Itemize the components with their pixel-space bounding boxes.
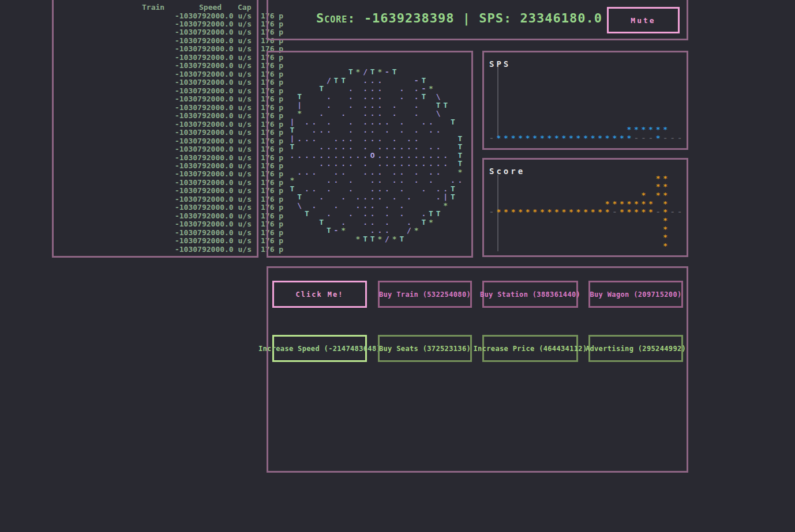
map-terrain-glyph: . xyxy=(312,151,317,160)
map-terrain-glyph: . xyxy=(385,201,389,210)
speed-cell: -1030792000.0 u/s xyxy=(169,53,252,62)
map-terrain-glyph: . xyxy=(334,168,339,176)
map-terrain-glyph: . xyxy=(399,151,404,160)
chart-point: * xyxy=(605,207,610,216)
game-screen: Train Speed Cap -1030792000.0 u/s176 p-1… xyxy=(0,0,795,532)
map-terrain-glyph: . xyxy=(348,209,353,218)
map-terrain-glyph: . xyxy=(370,101,375,110)
mute-button[interactable]: Mute xyxy=(607,7,680,33)
click-me-button[interactable]: Click Me! xyxy=(272,281,367,308)
map-terrain-glyph: . xyxy=(443,184,448,193)
map-terrain-glyph: . xyxy=(378,76,382,85)
map-station-glyph: * xyxy=(356,235,361,243)
chart-point: * xyxy=(663,125,667,134)
speed-cell: -1030792000.0 u/s xyxy=(169,186,252,195)
map-terrain-glyph: . xyxy=(429,151,433,160)
speed-cell: -1030792000.0 u/s xyxy=(169,70,252,78)
map-terrain-glyph: . xyxy=(399,209,404,218)
chart-point: * xyxy=(663,174,667,183)
actions-panel: Click Me!Buy Train (532254080)Buy Statio… xyxy=(267,266,688,473)
map-station-glyph: * xyxy=(341,226,346,235)
map-terrain-glyph: . xyxy=(392,176,397,184)
increase-speed-button[interactable]: Increase Speed (-2147483648) xyxy=(272,335,367,362)
map-terrain-glyph: . xyxy=(414,109,419,118)
chart-gap: - xyxy=(489,207,494,216)
chart-point: * xyxy=(504,207,508,216)
map-terrain-glyph: . xyxy=(319,142,324,151)
increase-price-button[interactable]: Increase Price (464434112) xyxy=(482,335,578,362)
score-label: Score: xyxy=(316,11,356,25)
map-terrain-glyph: . xyxy=(370,168,375,176)
map-train-glyph: T xyxy=(436,101,441,110)
map-terrain-glyph: . xyxy=(363,142,367,151)
map-terrain-glyph: . xyxy=(305,151,309,160)
map-terrain-glyph: . xyxy=(356,151,361,160)
buy-train-button[interactable]: Buy Train (532254080) xyxy=(378,281,472,308)
map-terrain-glyph: . xyxy=(414,168,419,176)
speed-cell: -1030792000.0 u/s xyxy=(169,95,252,103)
sps-chart-title: SPS xyxy=(489,59,511,69)
map-terrain-glyph: . xyxy=(407,142,411,151)
chart-point: * xyxy=(591,134,595,142)
map-terrain-glyph: . xyxy=(370,92,375,101)
map-terrain-glyph: . xyxy=(429,126,433,134)
map-terrain-glyph: / xyxy=(385,235,389,243)
map-terrain-glyph: . xyxy=(436,159,441,168)
map-terrain-glyph: / xyxy=(407,226,411,235)
map-train-glyph: T xyxy=(327,226,331,235)
map-terrain-glyph: . xyxy=(327,118,331,126)
map-train-glyph: T xyxy=(290,142,295,151)
map-terrain-glyph: . xyxy=(348,84,353,93)
chart-point: * xyxy=(656,125,661,134)
map-terrain-glyph: . xyxy=(319,109,324,118)
sps-chart-panel: SPS ******-*******************---*--- xyxy=(482,51,688,150)
speed-cell: -1030792000.0 u/s xyxy=(169,195,252,203)
map-terrain-glyph: | xyxy=(297,101,302,110)
map-terrain-glyph: . xyxy=(392,168,397,176)
map-terrain-glyph: . xyxy=(392,151,397,160)
chart-point: * xyxy=(583,134,588,142)
map-train-glyph: T xyxy=(451,193,455,201)
map-terrain-glyph: . xyxy=(378,118,382,126)
map-terrain-glyph: . xyxy=(305,118,309,126)
map-terrain-glyph: . xyxy=(363,118,367,126)
chart-point: * xyxy=(518,207,523,216)
map-terrain-glyph: . xyxy=(399,159,404,168)
chart-gap: - xyxy=(612,207,617,216)
speed-cell: -1030792000.0 u/s xyxy=(169,36,252,45)
map-terrain-glyph: . xyxy=(407,218,411,227)
chart-gap: - xyxy=(642,134,646,142)
buy-wagon-button[interactable]: Buy Wagon (209715200) xyxy=(588,281,683,308)
map-terrain-glyph: . xyxy=(399,201,404,210)
map-terrain-glyph: . xyxy=(356,201,361,210)
map-terrain-glyph: . xyxy=(370,109,375,118)
chart-point: * xyxy=(554,207,559,216)
map-station-glyph: * xyxy=(443,201,448,210)
map-terrain-glyph: . xyxy=(327,92,331,101)
map-terrain-glyph: . xyxy=(305,184,309,193)
map-terrain-glyph: . xyxy=(370,84,375,93)
chart-gap: - xyxy=(656,207,661,216)
speed-cell: -1030792000.0 u/s xyxy=(169,245,252,254)
column-header-speed: Speed xyxy=(199,3,222,12)
buy-seats-button[interactable]: Buy Seats (372523136) xyxy=(378,335,472,362)
chart-point: * xyxy=(526,207,530,216)
chart-point: * xyxy=(562,207,567,216)
map-train-glyph: T xyxy=(334,76,339,85)
chart-point: * xyxy=(656,191,661,199)
map-station-glyph: * xyxy=(378,67,382,76)
map-terrain-glyph: . xyxy=(312,126,317,134)
chart-point: * xyxy=(627,207,632,216)
map-terrain-glyph: . xyxy=(378,142,382,151)
map-terrain-glyph: . xyxy=(297,168,302,176)
buy-station-button[interactable]: Buy Station (388361440) xyxy=(482,281,578,308)
map-terrain-glyph: . xyxy=(414,159,419,168)
chart-point: * xyxy=(620,207,624,216)
speed-cell: -1030792000.0 u/s xyxy=(169,169,252,178)
map-terrain-glyph: . xyxy=(334,201,339,210)
advertising-button[interactable]: Advertising (295244992) xyxy=(588,335,683,362)
map-terrain-glyph: | xyxy=(290,134,295,143)
chart-point: * xyxy=(547,134,552,142)
map-terrain-glyph: . xyxy=(385,151,389,160)
map-terrain-glyph: . xyxy=(327,176,331,184)
